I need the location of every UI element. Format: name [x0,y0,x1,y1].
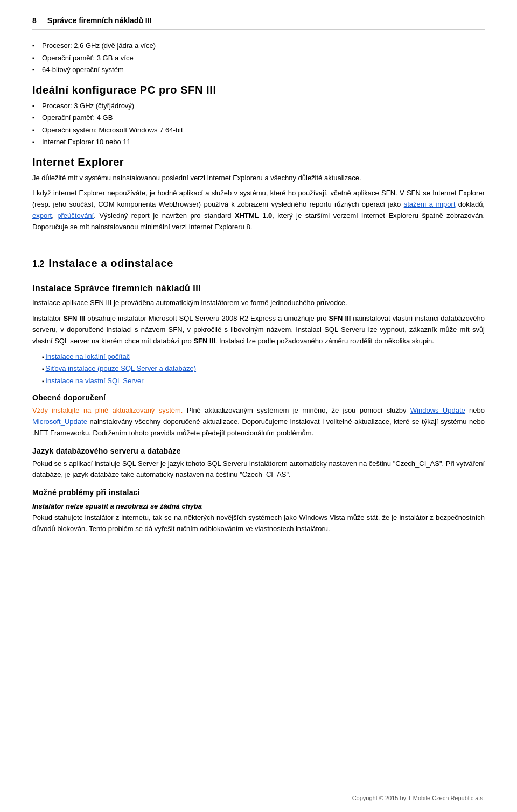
obecne-doporuceni-section: Obecné doporučení Vždy instalujte na pln… [32,393,485,439]
jazyk-db-heading: Jazyk databázového serveru a databáze [32,447,485,455]
instalace-sfn-section: Instalace Správce firemních nákladů III … [32,284,485,347]
ie-para1: Je důležité mít v systému nainstalovanou… [32,173,485,184]
ie-heading: Internet Explorer [32,156,485,168]
internet-explorer-section: Internet Explorer Je důležité mít v syst… [32,156,485,233]
mozne-problemy-section: Možné problémy při instalaci Instalátor … [32,488,485,535]
ideal-config-heading: Ideální konfigurace PC pro SFN III [32,84,485,96]
list-item: Operační paměť: 3 GB a více [32,53,485,63]
list-item: Instalace na vlastní SQL Server [42,376,485,386]
orange-text: Vždy instalujte na plně aktualizovaný sy… [32,406,183,414]
install-link-own-sql[interactable]: Instalace na vlastní SQL Server [45,377,143,385]
export-link[interactable]: export [32,211,52,220]
stazeni-import-link[interactable]: stažení a import [404,200,456,208]
install-links-list: Instalace na lokální počítač Síťová inst… [42,351,485,386]
list-item: Operační paměť: 4 GB [32,112,485,123]
preuctovani-link[interactable]: přeúčtování [57,211,94,220]
obecne-doporuceni-heading: Obecné doporučení [32,393,485,402]
list-item: Instalace na lokální počítač [42,351,485,362]
section-number: 1.2 [32,259,44,269]
jazyk-db-section: Jazyk databázového serveru a databáze Po… [32,447,485,481]
mozne-problemy-para: Pokud stahujete instalátor z internetu, … [32,512,485,535]
mozne-problemy-subheading: Instalátor nelze spustit a nezobrazí se … [32,502,485,510]
instalace-sfn-para1: Instalace aplikace SFN III je prováděna … [32,298,485,309]
list-item: Operační systém: Microsoft Windows 7 64-… [32,125,485,136]
install-link-network[interactable]: Síťová instalace (pouze SQL Server a dat… [45,364,196,372]
jazyk-db-para: Pokud se s aplikací instaluje SQL Server… [32,458,485,481]
list-item: Procesor: 2,6 GHz (dvě jádra a více) [32,40,485,51]
list-item: Síťová instalace (pouze SQL Server a dat… [42,363,485,374]
footer-text: Copyright © 2015 by T-Mobile Czech Repub… [352,795,485,801]
section-1-2-title: Instalace a odinstalace [48,257,173,270]
ideal-config-section: Ideální konfigurace PC pro SFN III Proce… [32,84,485,147]
page-header: 8 Správce firemních nákladů III [32,16,485,30]
install-link-local[interactable]: Instalace na lokální počítač [45,352,130,361]
ideal-config-list: Procesor: 3 GHz (čtyřjádrový) Operační p… [32,101,485,147]
footer: Copyright © 2015 by T-Mobile Czech Repub… [352,795,485,801]
mozne-problemy-heading: Možné problémy při instalaci [32,488,485,497]
list-item: Internet Explorer 10 nebo 11 [32,137,485,147]
intro-bullet-list: Procesor: 2,6 GHz (dvě jádra a více) Ope… [32,40,485,75]
instalace-sfn-para2: Instalátor SFN III obsahuje instalátor M… [32,313,485,347]
page-container: 8 Správce firemních nákladů III Procesor… [0,0,517,571]
microsoft-update-link[interactable]: Microsoft_Update [32,418,87,426]
list-item: Procesor: 3 GHz (čtyřjádrový) [32,101,485,111]
section-1-2-header: 1.2 Instalace a odinstalace [32,249,485,274]
list-item: 64-bitový operační systém [32,65,485,75]
windows-update-link[interactable]: Windows_Update [410,406,465,414]
page-number: 8 [32,16,37,25]
page-title-header: Správce firemních nákladů III [47,16,152,25]
ie-para2: I když internet Explorer nepoužíváte, je… [32,188,485,232]
obecne-doporuceni-para: Vždy instalujte na plně aktualizovaný sy… [32,405,485,439]
instalace-sfn-heading: Instalace Správce firemních nákladů III [32,284,485,293]
